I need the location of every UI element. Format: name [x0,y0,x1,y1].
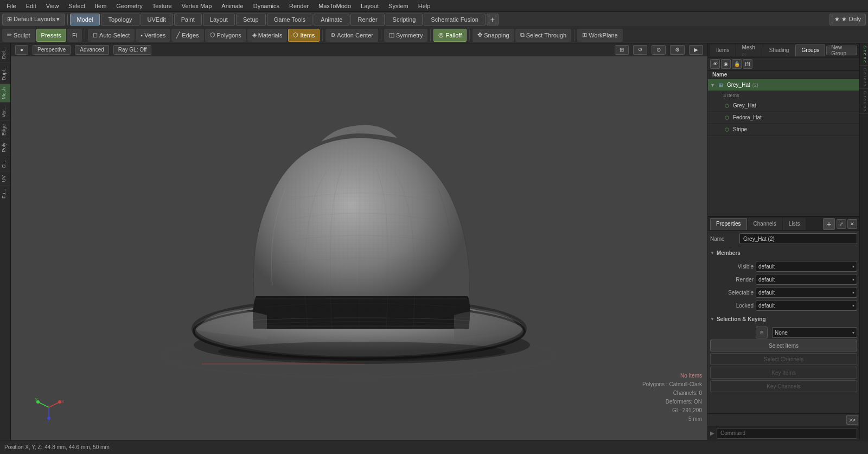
group-row-fedora-hat[interactable]: ⬡ Fedora_Hat [708,112,859,124]
polygons-btn[interactable]: ⬡ Polygons [205,29,246,42]
panel-icon-lock[interactable]: 🔒 [732,59,742,69]
tab-scripting[interactable]: Scripting [386,14,423,25]
members-section-header[interactable]: ▼ Members [710,247,857,258]
sidebar-tab-fu[interactable]: Fu... [0,185,10,202]
viewport-circle-btn[interactable]: ● [15,45,28,55]
group-row-stripe[interactable]: ⬡ Stripe [708,124,859,136]
tab-layout[interactable]: Layout [203,14,235,25]
tab-setup[interactable]: Setup [236,14,266,25]
props-close-btn[interactable]: ✕ [847,219,857,229]
visible-select[interactable]: default ▾ [756,261,857,272]
selectable-select[interactable]: default ▾ [756,287,857,298]
panel-tab-mesh[interactable]: Mesh ... [736,44,762,56]
menu-help[interactable]: Help [414,2,435,10]
advanced-btn[interactable]: Advanced [75,45,108,55]
viewport-icon-4[interactable]: ⚙ [670,45,685,55]
edges-btn[interactable]: ╱ Edges [171,29,203,42]
menu-render[interactable]: Render [285,2,313,10]
falloff-btn[interactable]: ◎ Falloff [433,29,467,42]
props-tab-properties[interactable]: Properties [710,218,747,230]
snapping-btn[interactable]: ✤ Snapping [473,29,514,42]
command-expand-icon[interactable]: ▶ [710,430,714,436]
only-button[interactable]: ★ ★ Only [829,14,866,25]
workplane-btn[interactable]: ⊞ WorkPlane [577,29,623,42]
menu-vertex-map[interactable]: Vertex Map [177,2,216,10]
sidebar-tab-uv[interactable]: UV [0,171,10,186]
panel-icon-key[interactable]: ⚿ [743,59,752,69]
menu-layout[interactable]: Layout [356,2,383,10]
props-expand-btn[interactable]: ⤢ [837,219,846,229]
panel-tab-groups[interactable]: Groups [795,44,825,56]
sidebar-tab-edge[interactable]: Edge [0,120,10,139]
menu-view[interactable]: View [42,2,63,10]
locked-select[interactable]: default ▾ [756,300,857,311]
tab-schematic-fusion[interactable]: Schematic Fusion [424,14,485,25]
right-edge-tab-colors[interactable]: C o l o r s [860,66,868,89]
tab-render[interactable]: Render [350,14,384,25]
panel-icon-eye[interactable]: 👁 [710,59,720,69]
name-input[interactable] [739,233,857,244]
props-tab-channels[interactable]: Channels [748,218,782,230]
menu-system[interactable]: System [384,2,413,10]
bottom-arrow-button[interactable]: >> [846,415,858,425]
items-btn[interactable]: ⬡ Items [288,29,320,42]
group-row-grey-hat-child[interactable]: ⬡ Grey_Hat [708,100,859,112]
select-channels-button[interactable]: Select Channels [710,353,857,365]
ray-gl-btn[interactable]: Ray GL: Off [113,45,152,55]
new-group-button[interactable]: New Group [826,46,857,55]
viewport-icon-5[interactable]: ▶ [689,45,703,55]
vertices-btn[interactable]: • Vertices [136,29,170,42]
tab-animate[interactable]: Animate [314,14,349,25]
menu-texture[interactable]: Texture [148,2,176,10]
fi-btn[interactable]: Fi [67,29,82,42]
sculpt-mode-btn[interactable]: ✏ Sculpt [2,29,35,42]
viewport[interactable]: ● Perspective Advanced Ray GL: Off ⊞ ↺ ⊙… [11,43,707,440]
sidebar-tab-mesh[interactable]: Mesh [0,84,10,103]
tab-topology[interactable]: Topology [101,14,139,25]
right-edge-tab-scene[interactable]: S c e n e [860,43,868,66]
keying-select[interactable]: None ▾ [772,327,857,338]
key-channels-button[interactable]: Key Channels [710,380,857,392]
group-row-grey-hat[interactable]: ▼ ⊞ Grey_Hat (2) [708,79,859,91]
action-center-btn[interactable]: ⊕ Action Center [326,29,378,42]
menu-maxtomodo[interactable]: MaxToModo [314,2,355,10]
menu-item[interactable]: Item [91,2,111,10]
add-tab-button[interactable]: + [487,14,499,25]
presets-btn[interactable]: Presets [36,29,66,42]
menu-dynamics[interactable]: Dynamics [249,2,284,10]
panel-tab-items[interactable]: Items [710,44,735,56]
viewport-icon-1[interactable]: ⊞ [615,45,629,55]
sidebar-tab-ver[interactable]: Ver... [0,103,10,121]
select-through-btn[interactable]: ⧉ Select Through [515,29,571,42]
panel-icon-cam[interactable]: ◉ [721,59,731,69]
sidebar-tab-cl[interactable]: Cl... [0,156,10,171]
sidebar-tab-dupl[interactable]: Dupl... [0,62,10,84]
symmetry-btn[interactable]: ◫ Symmetry [384,29,428,42]
viewport-icon-2[interactable]: ↺ [633,45,647,55]
sidebar-tab-def[interactable]: Def... [0,43,10,62]
select-items-button[interactable]: Select Items [710,340,857,351]
command-input[interactable] [717,428,857,439]
right-edge-tab-groups[interactable]: G r o u p s [860,89,868,114]
menu-file[interactable]: File [2,2,21,10]
menu-edit[interactable]: Edit [22,2,41,10]
menu-animate[interactable]: Animate [217,2,247,10]
perspective-btn[interactable]: Perspective [33,45,71,55]
props-add-btn[interactable]: + [823,218,835,230]
tab-paint[interactable]: Paint [174,14,202,25]
panel-tab-shading[interactable]: Shading [763,44,795,56]
auto-select-btn[interactable]: ◻ Auto Select [88,29,135,42]
viewport-icon-3[interactable]: ⊙ [652,45,666,55]
sel-keying-section-header[interactable]: ▼ Selection & Keying [710,314,857,324]
sidebar-tab-poly[interactable]: Poly [0,139,10,156]
key-items-button[interactable]: Key Items [710,367,857,379]
tab-model[interactable]: Model [70,14,100,25]
tab-uvedit[interactable]: UVEdit [141,14,173,25]
menu-geometry[interactable]: Geometry [112,2,146,10]
menu-select[interactable]: Select [64,2,90,10]
render-select[interactable]: default ▾ [756,274,857,285]
tab-game-tools[interactable]: Game Tools [267,14,313,25]
materials-btn[interactable]: ◈ Materials [247,29,288,42]
groups-list[interactable]: ▼ ⊞ Grey_Hat (2) 3 Items ⬡ Grey_Hat ⬡ Fe… [708,79,859,216]
props-tab-lists[interactable]: Lists [783,218,806,230]
